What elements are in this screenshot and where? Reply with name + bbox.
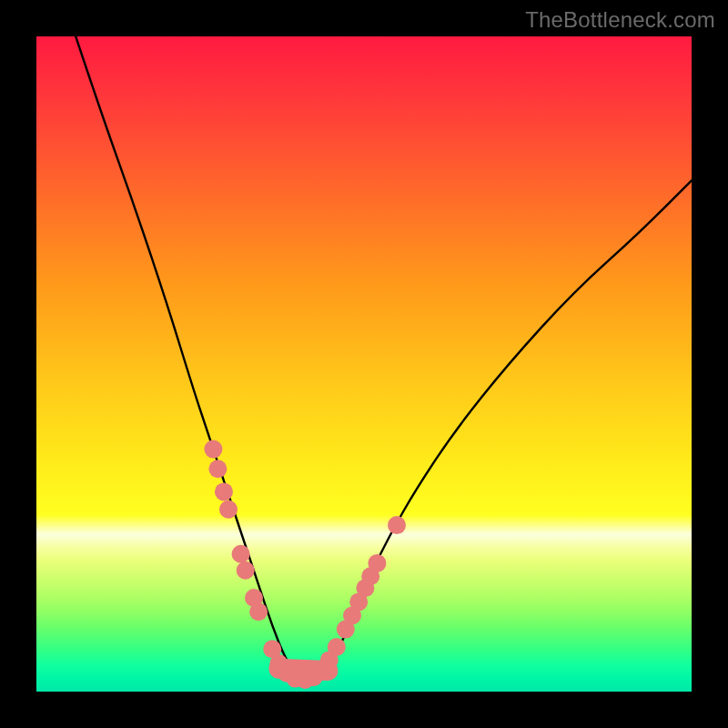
plot-area [36,36,692,692]
marker-dot [204,440,222,459]
bottleneck-curve [76,36,692,679]
marker-dot [249,602,268,621]
watermark-text: TheBottleneck.com [525,7,715,33]
marker-dot [328,638,346,656]
marker-dot [215,482,233,500]
marker-dot [368,554,386,572]
marker-dot [219,500,238,519]
chart-frame: TheBottleneck.com [0,0,728,728]
chart-svg [36,36,692,692]
marker-dot [232,545,250,563]
marker-dot [208,460,227,478]
marker-dot [237,561,255,580]
marker-dot [388,516,406,534]
